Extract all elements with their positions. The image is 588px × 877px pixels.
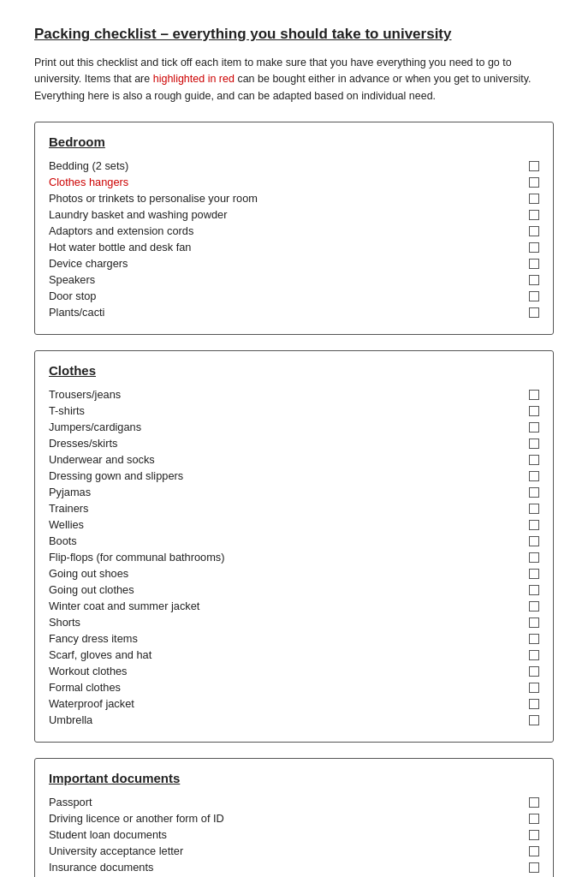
checkbox[interactable] — [529, 830, 539, 840]
checklist-item: Workout clothes — [49, 663, 539, 679]
checkbox[interactable] — [529, 650, 539, 660]
checklist-item: Fancy dress items — [49, 630, 539, 647]
checklist-item: Laundry basket and washing powder — [49, 206, 539, 223]
checklist-item: Photos or trinkets to personalise your r… — [49, 190, 539, 206]
item-label: Insurance documents — [49, 861, 520, 874]
checklist-item: Flip-flops (for communal bathrooms) — [49, 549, 539, 565]
checkbox[interactable] — [529, 862, 539, 873]
checklist-item: Formal clothes — [49, 679, 539, 695]
intro-paragraph: Print out this checklist and tick off ea… — [34, 55, 554, 104]
checklist-item: Door stop — [49, 288, 539, 304]
checkbox[interactable] — [529, 601, 539, 612]
checklist-item: Dresses/skirts — [49, 435, 539, 451]
checklist-item: Bedding (2 sets) — [49, 158, 539, 174]
section-important-documents: Important documentsPassportDriving licen… — [34, 758, 554, 877]
checklist-item: Umbrella — [49, 712, 539, 728]
checklist-item: Dressing gown and slippers — [49, 468, 539, 484]
checkbox[interactable] — [529, 307, 539, 318]
checklist-item: Going out shoes — [49, 565, 539, 582]
checklist-item: Pyjamas — [49, 484, 539, 500]
section-heading-bedroom: Bedroom — [49, 134, 539, 149]
checkbox[interactable] — [529, 455, 539, 465]
checkbox[interactable] — [529, 161, 539, 171]
checkbox[interactable] — [529, 617, 539, 628]
item-label: Umbrella — [49, 713, 520, 726]
checkbox[interactable] — [529, 210, 539, 220]
checklist-item: Jumpers/cardigans — [49, 419, 539, 435]
item-label: Driving licence or another form of ID — [49, 812, 520, 825]
checkbox[interactable] — [529, 846, 539, 856]
item-label: Underwear and socks — [49, 453, 520, 466]
item-label: Waterproof jacket — [49, 697, 520, 710]
checklist-item: Speakers — [49, 271, 539, 288]
checkbox[interactable] — [529, 406, 539, 416]
checkbox[interactable] — [529, 194, 539, 204]
checkbox[interactable] — [529, 226, 539, 236]
checkbox[interactable] — [529, 504, 539, 514]
section-bedroom: BedroomBedding (2 sets)Clothes hangersPh… — [34, 122, 554, 335]
checklist-item: Shorts — [49, 614, 539, 630]
checkbox[interactable] — [529, 487, 539, 498]
checkbox[interactable] — [529, 797, 539, 808]
item-label: Speakers — [49, 273, 520, 286]
checkbox[interactable] — [529, 634, 539, 644]
item-label: Trainers — [49, 502, 520, 515]
checkbox[interactable] — [529, 585, 539, 595]
checkbox[interactable] — [529, 291, 539, 301]
checkbox[interactable] — [529, 275, 539, 285]
checklist-item: Wellies — [49, 516, 539, 533]
checklist-item: Scarf, gloves and hat — [49, 647, 539, 663]
item-label: University acceptance letter — [49, 844, 520, 857]
checklist-item: Trousers/jeans — [49, 386, 539, 403]
item-label: Dressing gown and slippers — [49, 469, 520, 482]
item-label: Bedding (2 sets) — [49, 159, 520, 172]
item-label: Shorts — [49, 616, 520, 629]
checkbox[interactable] — [529, 552, 539, 563]
item-label: Hot water bottle and desk fan — [49, 241, 520, 254]
checklist-item: Waterproof jacket — [49, 695, 539, 712]
checklist-item: Going out clothes — [49, 582, 539, 598]
item-label: Passport — [49, 796, 520, 808]
item-label: Going out clothes — [49, 583, 520, 596]
checkbox[interactable] — [529, 536, 539, 546]
item-label: Door stop — [49, 289, 520, 302]
checkbox[interactable] — [529, 177, 539, 188]
item-label: Fancy dress items — [49, 632, 520, 645]
item-label: Laundry basket and washing powder — [49, 208, 520, 221]
checklist-item: Clothes hangers — [49, 174, 539, 190]
item-label: Device chargers — [49, 257, 520, 270]
checkbox[interactable] — [529, 242, 539, 253]
checkbox[interactable] — [529, 438, 539, 449]
checkbox[interactable] — [529, 715, 539, 725]
intro-highlight: highlighted in red — [153, 73, 235, 85]
checklist-item: Trainers — [49, 500, 539, 516]
section-heading-important-documents: Important documents — [49, 771, 539, 785]
checkbox[interactable] — [529, 569, 539, 579]
item-label: Student loan documents — [49, 828, 520, 841]
checkbox[interactable] — [529, 520, 539, 530]
checklist-item: Student loan documents — [49, 826, 539, 843]
checkbox[interactable] — [529, 683, 539, 693]
checkbox[interactable] — [529, 259, 539, 269]
item-label: Clothes hangers — [49, 176, 520, 188]
checklist-item: Driving licence or another form of ID — [49, 810, 539, 826]
checkbox[interactable] — [529, 422, 539, 433]
checklist-item: Plants/cacti — [49, 304, 539, 320]
checklist-item: Device chargers — [49, 255, 539, 271]
checkbox[interactable] — [529, 699, 539, 709]
item-label: Formal clothes — [49, 681, 520, 694]
checkbox[interactable] — [529, 666, 539, 677]
item-label: Trousers/jeans — [49, 388, 520, 401]
sections-container: BedroomBedding (2 sets)Clothes hangersPh… — [34, 122, 554, 877]
item-label: Pyjamas — [49, 486, 520, 498]
item-label: Scarf, gloves and hat — [49, 648, 520, 661]
item-label: Boots — [49, 534, 520, 547]
checkbox[interactable] — [529, 390, 539, 400]
checklist-item: Underwear and socks — [49, 451, 539, 468]
item-label: Plants/cacti — [49, 306, 520, 319]
item-label: Flip-flops (for communal bathrooms) — [49, 551, 520, 564]
checkbox[interactable] — [529, 814, 539, 824]
section-clothes: ClothesTrousers/jeansT-shirtsJumpers/car… — [34, 350, 554, 743]
checklist-item: University acceptance letter — [49, 843, 539, 859]
checkbox[interactable] — [529, 471, 539, 481]
